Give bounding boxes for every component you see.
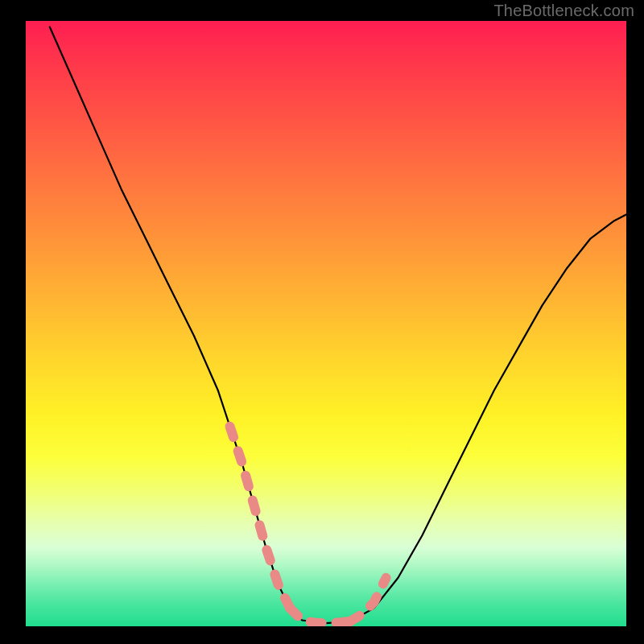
outer-frame: TheBottleneck.com — [0, 0, 644, 644]
highlight-group — [230, 427, 386, 623]
chart-overlay — [26, 21, 626, 626]
watermark-label: TheBottleneck.com — [493, 2, 634, 20]
highlight-valley-floor — [290, 608, 350, 623]
highlight-left-descent — [230, 427, 291, 609]
bottleneck-curve — [50, 27, 626, 624]
